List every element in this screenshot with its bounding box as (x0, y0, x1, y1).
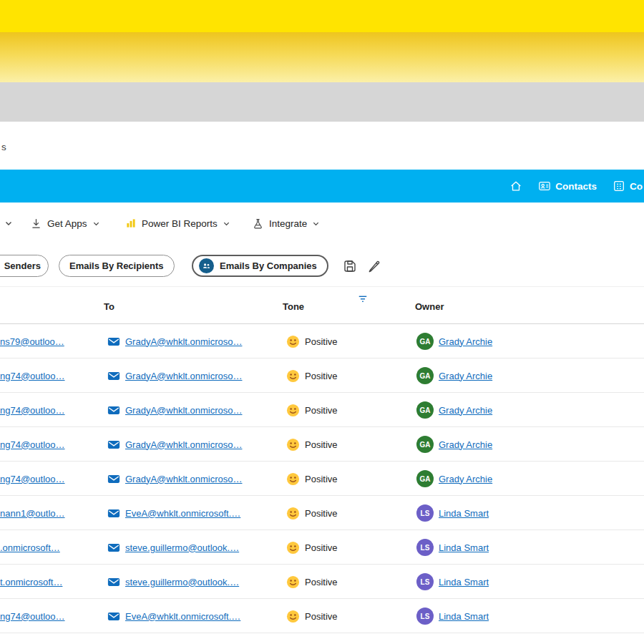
from-email-link[interactable]: ng74@outloo… (0, 371, 65, 381)
owner-link[interactable]: Grady Archie (439, 371, 492, 381)
to-cell: steve.guillermo@outlook.… (107, 530, 239, 565)
get-apps-label: Get Apps (47, 218, 87, 229)
from-email-link[interactable]: ng74@outloo… (0, 611, 65, 622)
positive-tone-icon (286, 404, 300, 417)
from-cell: ng74@outloo… (0, 358, 84, 393)
view-pill-senders[interactable]: Senders (0, 255, 49, 277)
tone-cell: Positive (286, 565, 338, 599)
to-email-link[interactable]: steve.guillermo@outlook.… (125, 577, 239, 587)
from-cell: .onmicrosoft… (0, 530, 84, 565)
filter-icon[interactable] (358, 294, 368, 307)
from-email-link[interactable]: ng74@outloo… (0, 439, 65, 450)
to-email-link[interactable]: EveA@whklt.onmicrosoft.… (125, 611, 240, 622)
to-email-link[interactable]: steve.guillermo@outlook.… (125, 542, 239, 553)
chevron-down-icon (92, 220, 100, 228)
from-email-link[interactable]: ns79@outloo… (0, 336, 64, 347)
download-icon (30, 218, 42, 230)
positive-tone-icon (286, 610, 300, 623)
table-row[interactable]: nann1@outlo… EveA@whklt.onmicrosoft.… Po… (0, 496, 644, 530)
email-icon (107, 336, 120, 347)
nav-item-label: Co (630, 181, 643, 192)
to-email-link[interactable]: GradyA@whklt.onmicroso… (125, 474, 242, 484)
owner-link[interactable]: Linda Smart (439, 508, 489, 519)
home-icon (509, 180, 522, 192)
get-apps-button[interactable]: Get Apps (30, 203, 100, 244)
overflow-command-chevron[interactable] (4, 203, 13, 244)
nav-item-label: Contacts (555, 181, 597, 192)
tone-label: Positive (305, 542, 338, 553)
table-row[interactable]: ng74@outloo… GradyA@whklt.onmicroso… Pos… (0, 393, 644, 427)
column-header-to[interactable]: To (104, 301, 114, 312)
chevron-down-icon (223, 220, 230, 228)
tone-label: Positive (305, 371, 338, 381)
from-email-link[interactable]: .onmicrosoft… (0, 542, 60, 553)
gray-band (0, 82, 644, 122)
from-cell: ng74@outloo… (0, 462, 84, 496)
table-body: ns79@outloo… GradyA@whklt.onmicroso… Pos… (0, 324, 644, 644)
to-cell: EveA@whklt.onmicrosoft.… (107, 599, 240, 633)
from-email-link[interactable]: ng74@outloo… (0, 474, 65, 484)
to-email-link[interactable]: GradyA@whklt.onmicroso… (125, 439, 242, 450)
owner-avatar: GA (416, 470, 434, 487)
save-view-button[interactable] (343, 259, 357, 273)
owner-link[interactable]: Grady Archie (439, 474, 492, 484)
integrate-button[interactable]: Integrate (252, 203, 320, 244)
email-icon (107, 439, 120, 450)
owner-cell: LS Linda Smart (416, 496, 489, 530)
owner-link[interactable]: Linda Smart (439, 611, 489, 622)
nav-item-companies[interactable]: Co (613, 180, 643, 192)
table-row[interactable]: ng74@outloo… GradyA@whklt.onmicroso… Pos… (0, 358, 644, 393)
positive-tone-icon (286, 438, 300, 452)
column-header-tone[interactable]: Tone (283, 301, 304, 312)
table-row[interactable]: .onmicrosoft… steve.guillermo@outlook.… … (0, 530, 644, 565)
to-email-link[interactable]: GradyA@whklt.onmicroso… (125, 371, 242, 381)
table-row[interactable]: t.onmicrosoft… steve.guillermo@outlook.…… (0, 565, 644, 599)
to-email-link[interactable]: GradyA@whklt.onmicroso… (125, 405, 242, 416)
column-header-owner[interactable]: Owner (415, 301, 444, 312)
positive-tone-icon (286, 472, 300, 486)
view-pill-label: Emails By Recipients (69, 260, 164, 271)
owner-avatar: GA (416, 436, 434, 453)
tone-cell: Positive (286, 427, 338, 462)
to-cell: EveA@whklt.onmicrosoft.… (107, 496, 240, 530)
top-yellow-band (0, 0, 644, 32)
to-email-link[interactable]: EveA@whklt.onmicrosoft.… (125, 508, 240, 519)
view-pill-emails-by-companies-selected[interactable]: Emails By Companies (192, 255, 328, 277)
tone-label: Positive (305, 336, 338, 347)
tone-cell: Positive (286, 599, 338, 633)
owner-link[interactable]: Grady Archie (439, 336, 492, 347)
table-row[interactable]: ng74@outloo… GradyA@whklt.onmicroso… Pos… (0, 427, 644, 462)
tone-label: Positive (305, 577, 338, 587)
view-pill-label: Emails By Companies (220, 260, 317, 271)
positive-tone-icon (286, 335, 300, 348)
tone-cell: Positive (286, 530, 338, 565)
owner-cell: GA Grady Archie (416, 427, 492, 462)
to-cell: GradyA@whklt.onmicroso… (107, 358, 242, 393)
table-row[interactable]: ns79@outloo… GradyA@whklt.onmicroso… Pos… (0, 324, 644, 358)
tone-label: Positive (305, 508, 338, 519)
owner-link[interactable]: Grady Archie (439, 439, 492, 450)
home-button[interactable] (509, 180, 522, 192)
power-bi-reports-button[interactable]: Power BI Reports (125, 203, 230, 244)
from-email-link[interactable]: t.onmicrosoft… (0, 577, 62, 587)
from-email-link[interactable]: nann1@outlo… (0, 508, 65, 519)
tone-cell: Positive (286, 393, 338, 427)
table-row[interactable]: ng74@outloo… EveA@whklt.onmicrosoft.… Po… (0, 599, 644, 633)
view-pill-emails-by-recipients[interactable]: Emails By Recipients (59, 255, 175, 277)
email-icon (107, 474, 120, 484)
to-cell: GradyA@whklt.onmicroso… (107, 462, 242, 496)
owner-cell: GA Grady Archie (416, 462, 492, 496)
nav-item-contacts[interactable]: Contacts (538, 180, 597, 192)
owner-link[interactable]: Linda Smart (439, 577, 489, 587)
email-icon (107, 405, 120, 416)
owner-link[interactable]: Linda Smart (439, 542, 489, 553)
edit-columns-button[interactable] (367, 259, 381, 273)
window-title-fragment: s (1, 142, 6, 152)
chevron-down-icon (312, 220, 320, 228)
from-email-link[interactable]: ng74@outloo… (0, 405, 65, 416)
table-row[interactable]: ng74@outloo… GradyA@whklt.onmicroso… Pos… (0, 462, 644, 496)
email-icon (107, 508, 120, 519)
owner-link[interactable]: Grady Archie (439, 405, 492, 416)
to-email-link[interactable]: GradyA@whklt.onmicroso… (125, 336, 242, 347)
owner-cell: GA Grady Archie (416, 324, 492, 358)
